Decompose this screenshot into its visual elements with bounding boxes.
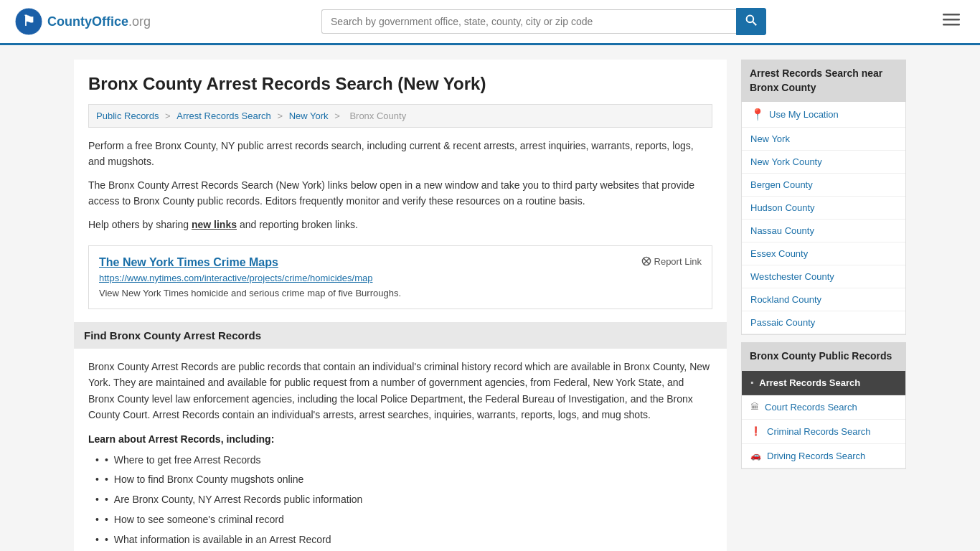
pr-link[interactable]: Court Records Search <box>765 402 857 413</box>
nearby-county-link[interactable]: Nassau County <box>750 225 814 236</box>
pr-icon-active: ▪ <box>750 377 753 387</box>
nearby-county-link[interactable]: Passaic County <box>750 317 815 328</box>
nearby-county-link[interactable]: Westchester County <box>750 271 834 282</box>
public-records-body: ▪Arrest Records Search🏛Court Records Sea… <box>741 371 906 469</box>
nearby-section-body: 📍Use My LocationNew YorkNew York CountyB… <box>741 102 906 335</box>
report-link-label: Report Link <box>654 256 702 267</box>
intro-paragraph-1: Perform a free Bronx County, NY public a… <box>88 138 712 170</box>
search-bar-container <box>321 8 766 35</box>
breadcrumb-public-records[interactable]: Public Records <box>96 110 159 121</box>
sidebar-item-nearby-2[interactable]: New York County <box>742 151 905 174</box>
sidebar-item-pr-1[interactable]: 🏛Court Records Search <box>742 395 905 420</box>
svg-rect-4 <box>943 14 960 16</box>
svg-rect-5 <box>943 19 960 21</box>
search-button[interactable] <box>736 8 766 35</box>
nearby-county-link[interactable]: Hudson County <box>750 202 815 213</box>
public-records-section: Bronx County Public Records ▪Arrest Reco… <box>741 342 906 469</box>
logo-text: CountyOffice.org <box>47 14 151 29</box>
link-description: View New York Times homicide and serious… <box>99 288 702 298</box>
bullet-item: •Are Bronx County, NY Arrest Records pub… <box>95 490 712 510</box>
svg-point-2 <box>747 16 754 23</box>
link-url[interactable]: https://www.nytimes.com/interactive/proj… <box>99 273 702 283</box>
breadcrumb-separator-3: > <box>334 110 342 121</box>
intro-paragraph-3: Help others by sharing new links and rep… <box>88 217 712 232</box>
pr-link[interactable]: Driving Records Search <box>767 451 865 461</box>
sidebar-item-nearby-6[interactable]: Essex County <box>742 242 905 265</box>
learn-heading: Learn about Arrest Records, including: <box>88 433 712 445</box>
public-records-header: Bronx County Public Records <box>741 342 906 371</box>
pr-link-active[interactable]: Arrest Records Search <box>759 377 860 388</box>
breadcrumb-separator-1: > <box>165 110 173 121</box>
pr-icon: 🏛 <box>750 402 759 412</box>
sidebar-item-nearby-8[interactable]: Rockland County <box>742 288 905 311</box>
header: ⚑ CountyOffice.org <box>0 0 980 45</box>
nearby-county-link[interactable]: New York County <box>750 156 822 167</box>
sidebar-item-nearby-0[interactable]: 📍Use My Location <box>742 102 905 128</box>
pr-link[interactable]: Criminal Records Search <box>767 426 871 437</box>
pr-icon: ❗ <box>750 426 761 436</box>
breadcrumb-new-york[interactable]: New York <box>289 110 329 121</box>
location-pin-icon: 📍 <box>750 108 765 121</box>
sidebar-item-pr-0[interactable]: ▪Arrest Records Search <box>742 371 905 395</box>
svg-text:⚑: ⚑ <box>22 13 35 29</box>
breadcrumb-separator-2: > <box>277 110 285 121</box>
pr-icon: 🚗 <box>750 451 761 461</box>
sidebar-item-nearby-1[interactable]: New York <box>742 128 905 151</box>
sidebar-item-pr-2[interactable]: ❗Criminal Records Search <box>742 420 905 444</box>
new-links-link[interactable]: new links <box>192 219 237 230</box>
svg-rect-6 <box>943 24 960 26</box>
sidebar-item-pr-3[interactable]: 🚗Driving Records Search <box>742 444 905 468</box>
sidebar-item-nearby-7[interactable]: Westchester County <box>742 265 905 288</box>
sidebar-item-nearby-3[interactable]: Bergen County <box>742 174 905 197</box>
find-section-header: Find Bronx County Arrest Records <box>74 322 727 349</box>
main-container: Bronx County Arrest Records Search (New … <box>60 45 920 551</box>
breadcrumb-arrest-records[interactable]: Arrest Records Search <box>176 110 271 121</box>
bullet-item: •Where to get free Arrest Records <box>95 451 712 471</box>
bullet-item: •How to see someone's criminal record <box>95 510 712 530</box>
svg-line-3 <box>753 22 756 25</box>
breadcrumb: Public Records > Arrest Records Search >… <box>88 104 712 128</box>
link-card: The New York Times Crime Maps Report Lin… <box>88 245 712 309</box>
report-link-button[interactable]: Report Link <box>641 256 702 267</box>
find-paragraph: Bronx County Arrest Records are public r… <box>88 359 712 423</box>
use-my-location-link[interactable]: Use My Location <box>769 109 839 120</box>
page-title: Bronx County Arrest Records Search (New … <box>88 74 712 94</box>
breadcrumb-bronx-county: Bronx County <box>349 110 406 121</box>
intro-paragraph-2: The Bronx County Arrest Records Search (… <box>88 177 712 209</box>
sidebar: Arrest Records Search near Bronx County … <box>741 60 906 551</box>
sidebar-item-nearby-5[interactable]: Nassau County <box>742 220 905 242</box>
nearby-section: Arrest Records Search near Bronx County … <box>741 60 906 335</box>
sidebar-item-nearby-9[interactable]: Passaic County <box>742 311 905 334</box>
search-input[interactable] <box>321 9 736 34</box>
logo-icon: ⚑ <box>14 7 43 36</box>
logo-area: ⚑ CountyOffice.org <box>14 7 151 36</box>
nearby-section-header: Arrest Records Search near Bronx County <box>741 60 906 102</box>
nearby-county-link[interactable]: Essex County <box>750 248 808 259</box>
hamburger-menu-button[interactable] <box>937 8 966 35</box>
nearby-county-link[interactable]: Bergen County <box>750 179 813 190</box>
link-title[interactable]: The New York Times Crime Maps <box>99 256 278 269</box>
bullet-list: •Where to get free Arrest Records•How to… <box>88 451 712 550</box>
bullet-item: •What information is available in an Arr… <box>95 530 712 550</box>
nearby-county-link[interactable]: New York <box>750 133 790 144</box>
nearby-county-link[interactable]: Rockland County <box>750 294 821 305</box>
content-area: Bronx County Arrest Records Search (New … <box>74 60 727 551</box>
bullet-item: •How to find Bronx County mugshots onlin… <box>95 470 712 490</box>
sidebar-item-nearby-4[interactable]: Hudson County <box>742 197 905 220</box>
